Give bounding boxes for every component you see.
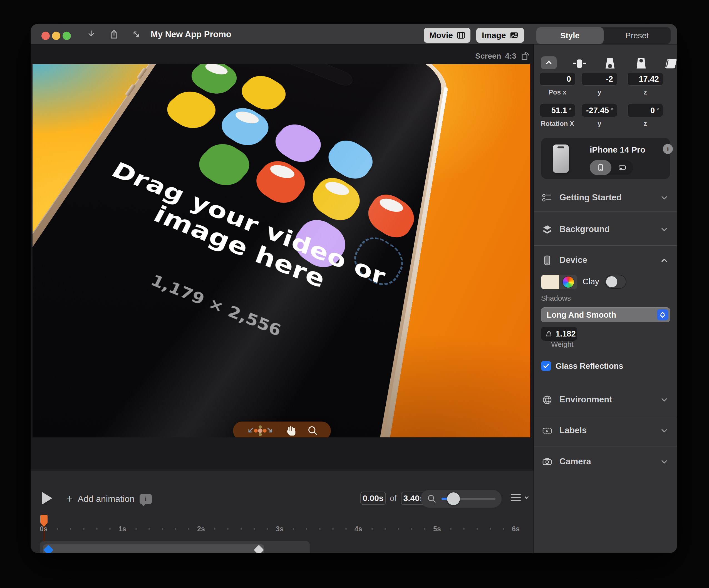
rotation-x-value: 51.1 bbox=[551, 106, 567, 115]
timeline-ruler[interactable]: 0s1s2s3s4s5s6s bbox=[31, 525, 533, 535]
zoom-window-button[interactable] bbox=[62, 32, 71, 40]
rotation-z-field[interactable]: 0° bbox=[628, 104, 663, 117]
ruler-tick-dot bbox=[450, 528, 451, 530]
section-label: Device bbox=[559, 255, 587, 265]
clay-toggle[interactable] bbox=[605, 275, 626, 289]
keyframe-diamond-selected[interactable] bbox=[43, 545, 54, 553]
zoom-tool-icon[interactable] bbox=[307, 425, 319, 437]
shadow-weight-field[interactable]: 1.182 bbox=[541, 327, 577, 341]
ruler-tick-dot bbox=[490, 528, 491, 530]
download-icon[interactable] bbox=[86, 29, 97, 40]
rotation-z-label: z bbox=[628, 120, 663, 128]
picture-icon bbox=[509, 31, 519, 40]
checklist-icon bbox=[542, 192, 553, 203]
aspect-ratio-label: 4:3 bbox=[505, 52, 516, 61]
device-color-swatch[interactable] bbox=[541, 275, 577, 289]
pose-upright-icon[interactable] bbox=[634, 56, 648, 70]
share-icon[interactable] bbox=[108, 29, 120, 40]
globe-icon bbox=[542, 394, 553, 405]
color-picker[interactable] bbox=[559, 275, 577, 289]
ruler-tick-dot bbox=[503, 528, 504, 530]
phone-volume-button bbox=[125, 84, 136, 96]
ruler-tick-dot bbox=[70, 528, 71, 530]
zoom-slider-knob[interactable] bbox=[447, 493, 460, 505]
section-environment[interactable]: Environment bbox=[534, 394, 677, 406]
playhead[interactable] bbox=[44, 515, 44, 544]
clay-label: Clay bbox=[582, 277, 599, 286]
pose-laying-flat-icon[interactable] bbox=[664, 57, 677, 70]
ruler-tick-dot bbox=[188, 528, 189, 530]
chevron-down-icon bbox=[660, 426, 669, 435]
current-time-field[interactable]: 0.00s bbox=[360, 492, 386, 505]
ruler-tick-dot bbox=[411, 528, 412, 530]
section-camera[interactable]: Camera bbox=[534, 456, 677, 468]
phone-volume-button bbox=[136, 67, 147, 80]
weight-icon bbox=[545, 330, 553, 338]
glass-reflections-row[interactable]: Glass Reflections bbox=[541, 361, 623, 371]
device-mockup-iphone[interactable]: Drag your video or image here 1,179 × 2,… bbox=[32, 64, 450, 438]
ruler-tick-dot bbox=[267, 528, 268, 530]
orientation-portrait-button[interactable] bbox=[590, 160, 611, 175]
section-device[interactable]: Device bbox=[534, 254, 677, 267]
section-getting-started[interactable]: Getting Started bbox=[534, 192, 677, 204]
add-animation-button[interactable]: + Add animation i bbox=[66, 493, 152, 505]
orientation-landscape-button[interactable] bbox=[611, 160, 633, 175]
rotate-screen-icon[interactable] bbox=[520, 51, 530, 61]
ruler-tick-dot bbox=[319, 528, 321, 530]
svg-text:A: A bbox=[546, 429, 548, 433]
close-window-button[interactable] bbox=[42, 32, 50, 40]
hand-tool-icon[interactable] bbox=[285, 425, 297, 437]
timeline-options-menu[interactable] bbox=[511, 494, 530, 501]
shadow-preset-dropdown[interactable]: Long And Smooth bbox=[541, 307, 670, 323]
pos-z-field[interactable]: 17.42 bbox=[628, 72, 663, 86]
section-labels[interactable]: A Labels bbox=[534, 425, 677, 437]
tab-style[interactable]: Style bbox=[536, 27, 604, 44]
rotation-y-label: y bbox=[582, 120, 617, 128]
resize-icon[interactable] bbox=[131, 29, 142, 40]
playhead-flag[interactable] bbox=[40, 515, 48, 523]
animation-info-bubble-icon[interactable]: i bbox=[139, 494, 152, 504]
section-divider bbox=[534, 447, 677, 447]
keyframe-diamond[interactable] bbox=[254, 545, 264, 553]
ruler-tick-label: 1s bbox=[119, 525, 126, 533]
color-wheel-icon bbox=[563, 277, 574, 288]
preset-tab-label: Preset bbox=[625, 31, 649, 40]
ruler-tick-dot bbox=[332, 528, 334, 530]
pos-y-field[interactable]: -2 bbox=[582, 72, 617, 86]
pose-front-icon[interactable] bbox=[572, 57, 587, 70]
screen-label: Screen bbox=[475, 52, 501, 61]
export-image-button[interactable]: Image bbox=[476, 28, 524, 43]
ruler-tick-dot bbox=[240, 528, 242, 530]
pos-x-field[interactable]: 0 bbox=[540, 72, 575, 86]
export-movie-button[interactable]: Movie bbox=[424, 28, 470, 43]
ruler-tick-dot bbox=[463, 528, 465, 530]
section-divider bbox=[534, 212, 677, 212]
pose-lean-back-icon[interactable] bbox=[603, 56, 617, 70]
app-window: My New App Promo Movie Image Style Prese… bbox=[31, 24, 677, 553]
of-label: of bbox=[390, 494, 396, 503]
animation-clip[interactable] bbox=[43, 544, 264, 553]
style-tab-label: Style bbox=[560, 31, 579, 40]
chevron-down-icon bbox=[660, 457, 669, 466]
render-canvas[interactable]: Drag your video or image here 1,179 × 2,… bbox=[32, 64, 530, 438]
ruler-tick-dot bbox=[149, 528, 150, 530]
phone-screen: Drag your video or image here 1,179 × 2,… bbox=[32, 64, 445, 438]
rotation-x-field[interactable]: 51.1° bbox=[540, 104, 575, 117]
animation-track[interactable] bbox=[40, 541, 310, 553]
chevron-down-icon bbox=[660, 193, 669, 202]
ruler-tick-label: 2s bbox=[197, 525, 205, 533]
glass-reflections-checkbox[interactable] bbox=[541, 361, 551, 371]
section-background[interactable]: Background bbox=[534, 223, 677, 236]
ruler-tick-dot bbox=[162, 528, 163, 530]
minimize-window-button[interactable] bbox=[52, 32, 60, 40]
move-tool-icon[interactable] bbox=[245, 424, 275, 438]
tab-preset[interactable]: Preset bbox=[604, 27, 671, 44]
timeline-zoom-slider[interactable] bbox=[442, 498, 496, 500]
device-info-icon[interactable]: i bbox=[663, 144, 673, 154]
device-card[interactable]: iPhone 14 Pro i bbox=[541, 138, 670, 179]
rotation-y-field[interactable]: -27.45° bbox=[582, 104, 617, 117]
collapse-panel-button[interactable] bbox=[541, 56, 557, 69]
plus-icon: + bbox=[66, 493, 73, 505]
play-button[interactable] bbox=[42, 492, 52, 504]
hamburger-icon bbox=[511, 494, 521, 501]
